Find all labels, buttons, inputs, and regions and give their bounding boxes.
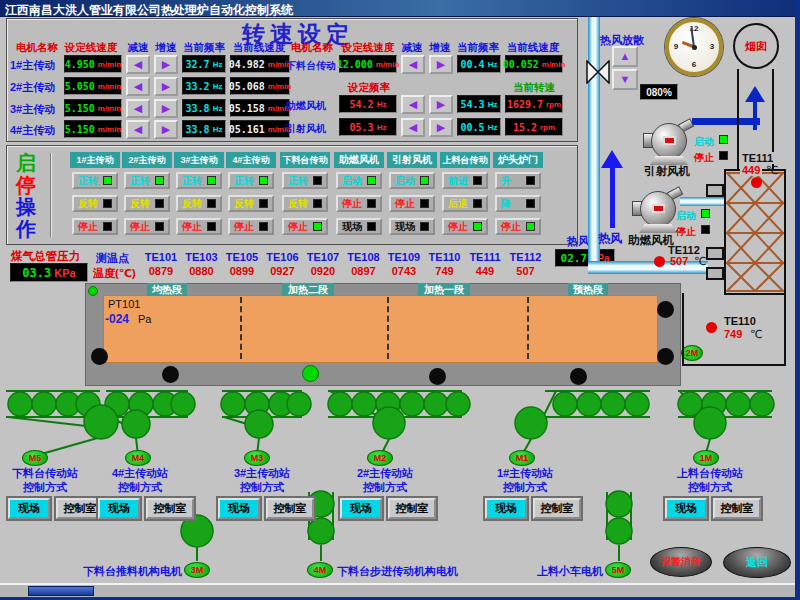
temp-tag-TE105: TE105: [221, 251, 263, 263]
status-indicator: [367, 199, 376, 208]
temp-value-TE107: 0920: [302, 265, 344, 277]
drive-4-set-display: 5.150m/min: [64, 120, 122, 138]
status-indicator: [367, 222, 376, 231]
startstop-2-停止-button[interactable]: 停止: [176, 218, 222, 235]
drive-1-set-display: 4.950m/min: [64, 55, 122, 73]
startstop-7-前进-button[interactable]: 前进: [442, 172, 488, 189]
clock: 12 3 6 9: [665, 18, 723, 76]
station-2-name: 3#主传动站: [205, 466, 319, 481]
startstop-1-正转-button[interactable]: 正转: [124, 172, 170, 189]
station-5-local-button[interactable]: 现场: [665, 498, 707, 519]
station-5-motor-mark: 1M: [693, 450, 719, 466]
drive-1-decrease-button[interactable]: ◀: [126, 55, 150, 74]
station-4-mode-label: 控制方式: [468, 480, 582, 495]
drive-1-increase-button[interactable]: ▶: [154, 55, 178, 74]
combustion-start-indicator: [701, 209, 710, 218]
rdrive-0-decrease-button[interactable]: ◀: [401, 55, 425, 74]
rdrive-1-set-display: 54.2Hz: [339, 95, 397, 113]
combustion-stop-indicator: [701, 225, 710, 234]
startstop-8-降-button[interactable]: 降: [495, 195, 541, 212]
fan-hub: [663, 136, 676, 145]
startstop-6-现场-button[interactable]: 现场: [389, 218, 435, 235]
clock-number-3: 3: [706, 42, 718, 51]
station-5-name: 上料台传动站: [653, 466, 767, 481]
station-1-name: 4#主传动站: [83, 466, 197, 481]
temp-value-TE103: 0880: [181, 265, 223, 277]
startstop-1-停止-button[interactable]: 停止: [124, 218, 170, 235]
drive-name-3: 3#主传动: [10, 102, 64, 117]
station-3-remote-button[interactable]: 控制室: [388, 498, 436, 519]
station-4-local-button[interactable]: 现场: [485, 498, 527, 519]
startstop-4-正转-button[interactable]: 正转: [282, 172, 328, 189]
release-increase-button[interactable]: ▲: [612, 46, 638, 67]
startstop-7-后退-button[interactable]: 后退: [442, 195, 488, 212]
alarm-mute-button[interactable]: 报警消音: [650, 547, 712, 577]
hdr-currpm: 当前转速: [505, 81, 563, 95]
te111-unit: ℃: [766, 164, 778, 177]
drive-4-decrease-button[interactable]: ◀: [126, 120, 150, 139]
station-4-remote-button[interactable]: 控制室: [533, 498, 581, 519]
startstop-8-升-button[interactable]: 升: [495, 172, 541, 189]
startstop-6-启动-button[interactable]: 启动: [389, 172, 435, 189]
startstop-col-3-header: 4#主传动: [226, 152, 276, 168]
station-2-remote-button[interactable]: 控制室: [266, 498, 314, 519]
rdrive-0-increase-button[interactable]: ▶: [429, 55, 453, 74]
chimney-label: 烟囱: [745, 39, 767, 54]
rdrive-2-increase-button[interactable]: ▶: [429, 118, 453, 137]
startstop-5-现场-button[interactable]: 现场: [336, 218, 382, 235]
station-3-mode-label: 控制方式: [328, 480, 442, 495]
startstop-4-停止-button[interactable]: 停止: [282, 218, 328, 235]
station-0-remote-button[interactable]: 控制室: [56, 498, 104, 519]
temp-value-TE106: 0927: [262, 265, 304, 277]
motor-label-5M: 上料小车电机: [523, 564, 603, 579]
rdrive-2-decrease-button[interactable]: ◀: [401, 118, 425, 137]
furnace-section-1: 加热二段: [282, 283, 334, 296]
startstop-6-停止-button[interactable]: 停止: [389, 195, 435, 212]
drive-3-increase-button[interactable]: ▶: [154, 99, 178, 118]
temp-tag-TE106: TE106: [262, 251, 304, 263]
station-1-remote-button[interactable]: 控制室: [146, 498, 194, 519]
startstop-0-正转-button[interactable]: 正转: [72, 172, 118, 189]
rdrive-1-decrease-button[interactable]: ◀: [401, 95, 425, 114]
startstop-2-反转-button[interactable]: 反转: [176, 195, 222, 212]
startstop-0-停止-button[interactable]: 停止: [72, 218, 118, 235]
station-1-local-button[interactable]: 现场: [98, 498, 140, 519]
back-button[interactable]: 返回: [723, 547, 791, 578]
release-percent-display: 080%: [640, 84, 678, 100]
status-indicator: [420, 222, 429, 231]
status-indicator: [420, 199, 429, 208]
release-decrease-button[interactable]: ▼: [612, 69, 638, 90]
station-3-local-button[interactable]: 现场: [340, 498, 382, 519]
startstop-3-正转-button[interactable]: 正转: [228, 172, 274, 189]
status-indicator: [313, 222, 322, 231]
startstop-divider: [50, 153, 52, 237]
station-4-name: 1#主传动站: [468, 466, 582, 481]
startstop-2-正转-button[interactable]: 正转: [176, 172, 222, 189]
drive-3-decrease-button[interactable]: ◀: [126, 99, 150, 118]
drive-2-increase-button[interactable]: ▶: [154, 77, 178, 96]
status-indicator: [207, 199, 216, 208]
taskbar-button[interactable]: [28, 586, 94, 596]
rdrive-1-increase-button[interactable]: ▶: [429, 95, 453, 114]
startstop-3-停止-button[interactable]: 停止: [228, 218, 274, 235]
title-bar: 江西南昌大洪人管业有限公司热处理炉自动化控制系统: [0, 0, 800, 17]
station-5-remote-button[interactable]: 控制室: [713, 498, 761, 519]
status-indicator: [207, 176, 216, 185]
tower-flange-1: [706, 184, 724, 197]
startstop-1-反转-button[interactable]: 反转: [124, 195, 170, 212]
station-0-local-button[interactable]: 现场: [8, 498, 50, 519]
startstop-5-启动-button[interactable]: 启动: [336, 172, 382, 189]
station-3-name: 2#主传动站: [328, 466, 442, 481]
drive-2-decrease-button[interactable]: ◀: [126, 77, 150, 96]
startstop-0-反转-button[interactable]: 反转: [72, 195, 118, 212]
drive-4-increase-button[interactable]: ▶: [154, 120, 178, 139]
station-2-local-button[interactable]: 现场: [218, 498, 260, 519]
startstop-5-停止-button[interactable]: 停止: [336, 195, 382, 212]
startstop-7-停止-button[interactable]: 停止: [442, 218, 488, 235]
motor-label-4M: 下料台步进传动机构电机: [337, 564, 473, 579]
clock-number-12: 12: [684, 24, 704, 33]
rdrive-name-1: 助燃风机: [286, 99, 338, 113]
startstop-4-反转-button[interactable]: 反转: [282, 195, 328, 212]
startstop-3-反转-button[interactable]: 反转: [228, 195, 274, 212]
startstop-8-停止-button[interactable]: 停止: [495, 218, 541, 235]
